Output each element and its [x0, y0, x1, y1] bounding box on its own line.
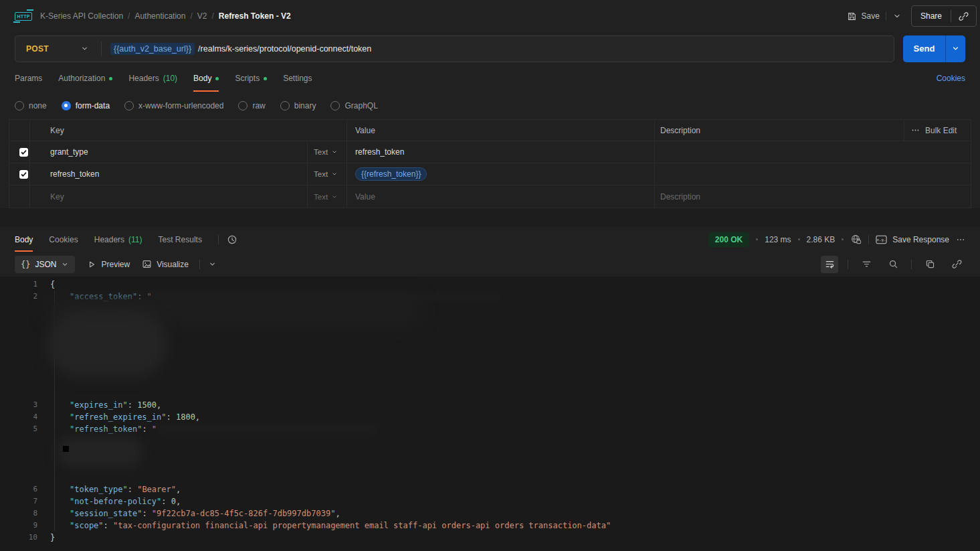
param-value-input[interactable]: refresh_token — [355, 147, 404, 157]
chevron-down-icon — [331, 149, 338, 155]
breadcrumb: K-Series API Collection/Authentication/V… — [40, 11, 291, 21]
send-options-chevron[interactable] — [945, 35, 965, 62]
body-mode-graphql[interactable]: GraphQL — [330, 101, 377, 110]
param-description-input[interactable] — [655, 141, 971, 163]
tab-body[interactable]: Body — [193, 65, 219, 92]
breadcrumb-current: Refresh Token - V2 — [219, 11, 291, 21]
params-table: Key Value Description Bulk Edit grant_ty… — [9, 119, 971, 208]
response-meta: 200 OK 123 ms 2.86 KB e.g. Save Response — [708, 232, 965, 247]
pane-separator[interactable] — [0, 208, 980, 227]
breadcrumb-item[interactable]: K-Series API Collection — [40, 11, 123, 21]
share-button[interactable]: Share — [912, 11, 951, 21]
response-history-button[interactable] — [227, 234, 237, 245]
key-column-header: Key — [30, 120, 347, 141]
response-tab-cookies[interactable]: Cookies — [49, 227, 78, 252]
tab-settings[interactable]: Settings — [283, 65, 312, 92]
copy-button[interactable] — [921, 256, 939, 273]
param-key-input[interactable]: Key — [50, 192, 64, 202]
param-value-input[interactable]: {{refresh_token}} — [355, 167, 427, 181]
code-line: 1{ — [0, 279, 980, 291]
url-bar: POST {{auth_v2_base_url}} /realms/k-seri… — [15, 35, 894, 62]
tab-headers[interactable]: Headers(10) — [128, 65, 177, 92]
response-tab-body[interactable]: Body — [15, 227, 33, 252]
view-options-chevron[interactable] — [208, 260, 217, 268]
line-number: 7 — [0, 495, 37, 507]
response-tab-test-results[interactable]: Test Results — [159, 227, 202, 252]
tab-count-badge: (11) — [128, 235, 142, 244]
breadcrumb-item[interactable]: V2 — [197, 11, 207, 21]
http-logo-text: HTTP — [15, 12, 31, 21]
preview-button[interactable]: Preview — [87, 260, 130, 269]
body-mode-x-www-form-urlencoded[interactable]: x-www-form-urlencoded — [124, 101, 223, 110]
request-bar: POST {{auth_v2_base_url}} /realms/k-seri… — [0, 32, 980, 65]
visualize-button[interactable]: Visualize — [142, 259, 189, 269]
dot-separator — [756, 238, 758, 240]
response-tabs: BodyCookiesHeaders(11)Test Results — [15, 227, 202, 252]
request-tabs: ParamsAuthorizationHeaders(10)BodyScript… — [15, 65, 312, 92]
cookies-link[interactable]: Cookies — [937, 74, 965, 83]
type-selector[interactable]: Text — [307, 141, 347, 163]
network-globe-lock-icon[interactable] — [850, 234, 862, 245]
top-bar: HTTP K-Series API Collection/Authenticat… — [0, 0, 980, 32]
param-description-input[interactable]: Description — [655, 185, 971, 208]
method-selector[interactable]: POST — [15, 36, 101, 62]
save-options-chevron[interactable] — [892, 11, 902, 21]
row-checkbox[interactable] — [19, 170, 28, 179]
chevron-down-icon — [61, 260, 69, 268]
chevron-down-icon — [80, 44, 89, 53]
radio-icon — [280, 101, 290, 110]
row-checkbox[interactable] — [19, 148, 28, 157]
divider — [848, 260, 848, 269]
type-selector[interactable]: Text — [307, 163, 347, 185]
send-button[interactable]: Send — [903, 35, 945, 62]
param-key-input[interactable]: refresh_token — [50, 169, 99, 179]
body-mode-binary[interactable]: binary — [280, 101, 316, 110]
save-button[interactable]: Save — [847, 11, 880, 21]
example-icon: e.g. — [876, 235, 887, 244]
response-toolbar: {} JSON Preview Visualize — [0, 252, 980, 277]
search-button[interactable] — [884, 256, 902, 273]
body-mode-form-data[interactable]: form-data — [62, 101, 110, 110]
param-value-input[interactable]: Value — [355, 192, 375, 202]
chevron-down-icon — [951, 44, 960, 53]
params-table-rows: grant_typeTextrefresh_tokenrefresh_token… — [9, 141, 971, 208]
line-number: 1 — [0, 279, 37, 291]
filter-button[interactable] — [858, 256, 875, 273]
word-wrap-button[interactable] — [821, 256, 838, 273]
param-key-input[interactable]: grant_type — [50, 147, 88, 157]
response-body-editor[interactable]: 1{2"access_token": "3"expires_in": 1500,… — [0, 277, 980, 551]
tab-params[interactable]: Params — [15, 65, 42, 92]
code-line: 9"scope": "tax-configuration financial-a… — [0, 520, 980, 532]
table-row: grant_typeTextrefresh_token — [9, 141, 971, 163]
body-mode-none[interactable]: none — [15, 101, 47, 110]
select-column-header — [9, 120, 30, 141]
svg-text:e.g.: e.g. — [877, 238, 886, 242]
divider — [199, 260, 200, 269]
response-more-options-button[interactable] — [956, 235, 965, 244]
breadcrumb-item[interactable]: Authentication — [134, 11, 185, 21]
copy-link-button[interactable] — [951, 11, 976, 21]
url-input[interactable]: {{auth_v2_base_url}} /realms/k-series/pr… — [102, 43, 894, 55]
save-response-button[interactable]: e.g. Save Response — [876, 235, 949, 244]
breadcrumb-separator: / — [128, 11, 130, 21]
format-label: JSON — [35, 260, 56, 269]
bulk-edit-button[interactable]: Bulk Edit — [904, 120, 971, 141]
type-selector[interactable]: Text — [307, 185, 347, 208]
http-logo-icon: HTTP — [15, 10, 32, 22]
param-description-input[interactable] — [655, 163, 971, 185]
radio-icon — [330, 101, 340, 110]
breadcrumb-separator: / — [212, 11, 214, 21]
body-mode-raw[interactable]: raw — [238, 101, 265, 110]
method-label: POST — [26, 44, 49, 54]
share-response-link-button[interactable] — [948, 256, 965, 273]
topbar-actions: Save Share — [847, 5, 977, 27]
tab-authorization[interactable]: Authorization — [58, 65, 112, 92]
filter-icon — [862, 259, 872, 269]
response-tab-headers[interactable]: Headers(11) — [94, 227, 142, 252]
format-selector[interactable]: {} JSON — [15, 256, 75, 273]
dot-separator — [798, 238, 800, 240]
ellipsis-icon — [911, 126, 920, 135]
redacted-token-region — [0, 303, 980, 399]
tab-scripts[interactable]: Scripts — [235, 65, 267, 92]
response-time: 123 ms — [765, 235, 791, 244]
